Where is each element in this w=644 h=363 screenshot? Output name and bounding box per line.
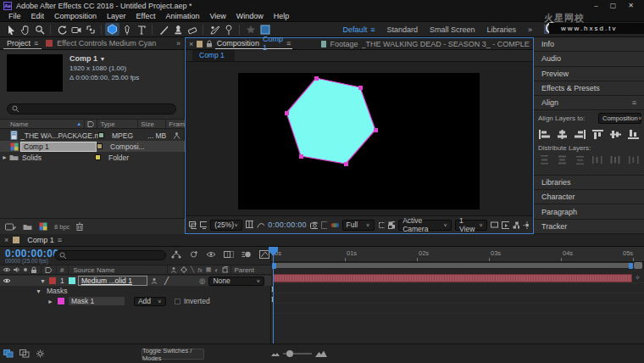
mask-expand-icon[interactable]: ►	[47, 299, 53, 304]
grid-guides-icon[interactable]	[246, 221, 253, 229]
project-row-footage[interactable]: _THE WA...PACKAGE.mp4 MPEG ... MB	[0, 130, 185, 141]
workspace-menu-icon[interactable]: ≡	[370, 25, 375, 34]
audio-column-icon[interactable]	[13, 266, 20, 273]
expand-transfer-modes-icon[interactable]	[19, 349, 30, 358]
motion-blur-column-icon[interactable]: ◐	[214, 267, 218, 273]
frame-blend-column-icon[interactable]: ▦	[206, 266, 212, 273]
project-tabs-overflow-icon[interactable]: »	[176, 39, 180, 47]
toggle-switches-modes-button[interactable]: Toggle Switches / Modes	[142, 349, 204, 360]
column-type[interactable]: Type	[100, 120, 135, 128]
layer-shy-icon[interactable]	[151, 277, 158, 284]
menu-layer[interactable]: Layer	[102, 12, 131, 20]
project-row-comp[interactable]: Comp 1 Composi...	[0, 141, 185, 152]
timeline-panel-icon[interactable]	[502, 221, 508, 229]
project-search-input[interactable]	[7, 103, 176, 114]
zoom-slider-knob[interactable]	[286, 350, 293, 357]
panel-info[interactable]: Info	[534, 37, 644, 52]
column-frames[interactable]: Fram	[169, 120, 185, 128]
column-size[interactable]: Size	[141, 120, 163, 128]
menu-view[interactable]: View	[204, 12, 230, 20]
frame-blending-icon[interactable]	[224, 250, 234, 259]
channels-icon[interactable]	[330, 221, 338, 229]
hide-shy-layers-icon[interactable]	[206, 250, 216, 259]
primary-viewer-icon[interactable]	[200, 221, 207, 229]
panel-libraries[interactable]: Libraries	[534, 176, 644, 190]
minimize-button[interactable]: –	[594, 2, 597, 9]
panel-paragraph[interactable]: Paragraph	[534, 204, 644, 219]
panel-audio[interactable]: Audio	[534, 52, 644, 66]
pan-behind-tool[interactable]	[83, 23, 97, 36]
masks-group-row[interactable]: ▼ Masks	[0, 286, 271, 296]
mask-vertex-6[interactable]	[285, 111, 289, 115]
workspace-overflow-icon[interactable]: »	[528, 25, 532, 34]
tab-footage[interactable]: Footage _THE WALKING DEAD - SEASON 3_ - …	[330, 40, 530, 48]
new-composition-button-icon[interactable]	[39, 222, 47, 231]
align-panel-menu-icon[interactable]: ≡	[632, 98, 636, 107]
masks-expand-icon[interactable]: ▼	[36, 288, 42, 294]
composition-panel-menu-icon[interactable]: ≡	[286, 39, 291, 47]
menu-file[interactable]: File	[3, 12, 26, 20]
menu-help[interactable]: Help	[269, 12, 295, 20]
quality-column-icon[interactable]: ╲	[191, 266, 194, 273]
magnification-dropdown[interactable]: (25%)∨	[210, 220, 242, 231]
workspace-libraries[interactable]: Libraries	[486, 25, 516, 34]
parent-column[interactable]: Parent	[234, 266, 254, 274]
distribute-right-icon[interactable]	[626, 154, 641, 165]
pen-tool[interactable]	[119, 23, 134, 36]
time-ruler[interactable]: 0s01s02s03s04s05s	[271, 247, 644, 262]
footage-label-swatch[interactable]	[98, 132, 104, 138]
composition-mini-flowchart-icon[interactable]	[171, 250, 181, 259]
mask-vertex-2[interactable]	[358, 86, 363, 90]
layer-expand-icon[interactable]: ▼	[40, 278, 46, 284]
label-column-icon[interactable]	[87, 120, 94, 128]
shy-column-icon[interactable]	[170, 266, 177, 273]
fast-previews-icon[interactable]	[491, 221, 498, 229]
marker-bin-icon[interactable]	[634, 262, 642, 269]
lock-column-icon[interactable]	[31, 266, 37, 274]
expand-in-out-icon[interactable]	[36, 349, 45, 358]
view-layout-dropdown[interactable]: 1 View∨	[455, 220, 487, 231]
solo-column-icon[interactable]	[22, 266, 29, 273]
shape-tool[interactable]	[105, 23, 119, 36]
three-d-column-icon[interactable]	[222, 266, 229, 273]
timeline-search-input[interactable]	[54, 250, 166, 260]
close-button[interactable]: ✕	[628, 2, 634, 9]
project-bit-depth[interactable]: 8 bpc	[54, 223, 69, 231]
exposure-icon[interactable]	[523, 221, 530, 229]
distribute-bottom-icon[interactable]	[573, 154, 587, 165]
mask-visibility-icon[interactable]	[257, 221, 264, 229]
menu-window[interactable]: Window	[231, 12, 269, 20]
distribute-top-icon[interactable]	[537, 154, 552, 165]
tab-timeline-comp1[interactable]: Comp 1 ≡	[24, 234, 65, 246]
tab-composition[interactable]: Composition Comp 1 ≡	[215, 38, 292, 49]
panel-tracker[interactable]: Tracker	[534, 220, 644, 234]
project-panel-menu-icon[interactable]: ≡	[34, 39, 38, 47]
mask-vertex-1[interactable]	[314, 76, 319, 81]
tab-effect-controls[interactable]: Effect Controls Medium Cyan Solid 1	[57, 39, 157, 47]
menu-effect[interactable]: Effect	[131, 12, 161, 20]
camera-view-dropdown[interactable]: Active Camera∨	[398, 220, 452, 231]
layer-parent-dropdown[interactable]: None∨	[208, 276, 264, 286]
mask-inverted-checkbox[interactable]	[175, 299, 180, 304]
eraser-tool[interactable]	[185, 23, 199, 36]
align-left-icon[interactable]	[537, 129, 552, 140]
interpret-footage-button-icon[interactable]	[5, 223, 16, 231]
always-preview-icon[interactable]	[189, 221, 197, 229]
work-area-bar[interactable]	[273, 263, 632, 268]
star-icon[interactable]	[243, 23, 258, 36]
sort-ascending-icon[interactable]: ▲	[76, 121, 81, 126]
distribute-horizontal-center-icon[interactable]	[608, 154, 623, 165]
panel-preview[interactable]: Preview	[534, 67, 644, 81]
layer-duration-bar[interactable]	[273, 274, 632, 282]
layer-visibility-eye-icon[interactable]	[3, 277, 11, 284]
fx-column-icon[interactable]: fx	[197, 267, 202, 273]
layer-label-swatch[interactable]	[49, 277, 56, 284]
layer-name[interactable]: Medium ...olid 1	[78, 276, 147, 286]
region-of-interest-icon[interactable]	[378, 221, 385, 229]
snapshot-camera-icon[interactable]	[310, 221, 318, 229]
timeline-tab-close-icon[interactable]: ×	[4, 236, 8, 244]
viewer-tab-comp1[interactable]: Comp 1	[192, 50, 235, 61]
timeline-zoom-slider[interactable]	[283, 353, 312, 355]
mask-name[interactable]: Mask 1	[68, 296, 125, 306]
zoom-tool[interactable]	[32, 23, 47, 36]
